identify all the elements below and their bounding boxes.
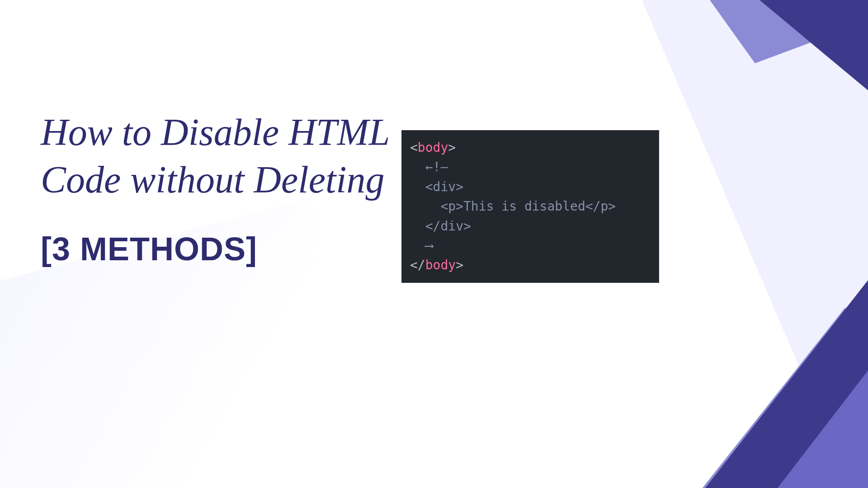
code-line-6: ⟶ <box>410 236 651 255</box>
page-title: How to Disable HTML Code without Deletin… <box>41 108 425 203</box>
code-line-4: <p>This is disabled</p> <box>410 197 651 216</box>
code-line-5: </div> <box>410 216 651 236</box>
code-line-7: </body> <box>410 255 651 275</box>
code-snippet: <body> ←!— <div> <p>This is disabled</p>… <box>401 130 659 283</box>
code-line-1: <body> <box>410 138 651 157</box>
decoration-bottom-right <box>633 262 868 488</box>
code-line-2: ←!— <box>410 157 651 177</box>
code-line-3: <div> <box>410 177 651 197</box>
